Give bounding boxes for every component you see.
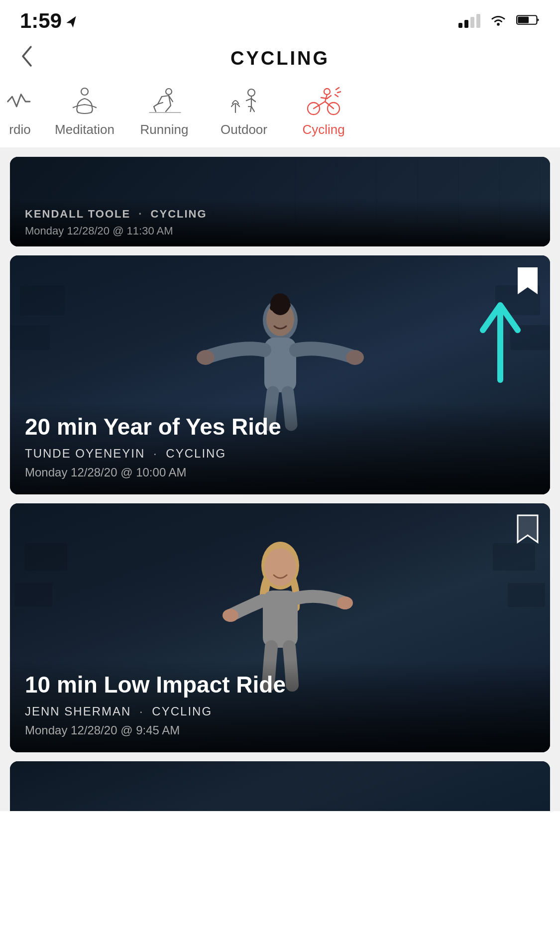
card2-datetime: Monday 12/28/20 @ 10:00 AM: [25, 466, 535, 479]
card1-instructor: KENDALL TOOLE: [25, 208, 130, 220]
outdoor-icon: [224, 84, 264, 119]
status-bar: 1:59: [0, 0, 560, 38]
meditation-icon: [65, 84, 105, 119]
card1-datetime: Monday 12/28/20 @ 11:30 AM: [25, 225, 535, 237]
svg-point-17: [264, 548, 296, 586]
svg-point-12: [197, 350, 215, 365]
status-icons: [458, 12, 540, 30]
svg-point-19: [223, 609, 238, 622]
svg-point-3: [81, 88, 88, 95]
workout-card-tunde[interactable]: 20 min Year of Yes Ride TUNDE OYENEYIN ·…: [10, 255, 550, 494]
tab-cardio-label: rdio: [9, 122, 30, 137]
svg-rect-2: [518, 16, 529, 23]
tab-cycling[interactable]: Cycling: [284, 84, 363, 137]
workout-card-bottom-partial[interactable]: [10, 761, 550, 811]
svg-point-20: [337, 596, 353, 609]
card3-datetime: Monday 12/28/20 @ 9:45 AM: [25, 723, 535, 737]
time-display: 1:59: [20, 9, 62, 33]
card2-title: 20 min Year of Yes Ride: [25, 414, 535, 440]
tab-outdoor-label: Outdoor: [221, 122, 267, 137]
running-icon: [144, 84, 184, 119]
svg-point-4: [166, 89, 172, 95]
card3-overlay: 10 min Low Impact Ride JENN SHERMAN · CY…: [10, 660, 550, 752]
tab-meditation-label: Meditation: [55, 122, 114, 137]
battery-icon: [516, 13, 540, 28]
arrow-annotation: [478, 295, 523, 387]
svg-point-6: [248, 89, 255, 96]
cycling-icon: [304, 84, 343, 119]
page-header: CYCLING: [0, 38, 560, 79]
wifi-icon: [488, 12, 508, 30]
tab-cycling-label: Cycling: [302, 122, 344, 137]
status-time: 1:59: [20, 9, 80, 33]
tab-cardio[interactable]: rdio: [0, 84, 45, 137]
tab-outdoor[interactable]: Outdoor: [204, 84, 284, 137]
workout-card-jenn[interactable]: 10 min Low Impact Ride JENN SHERMAN · CY…: [10, 503, 550, 752]
tab-running[interactable]: Running: [124, 84, 204, 137]
category-tabs: rdio Meditation: [0, 79, 560, 148]
card2-overlay: 20 min Year of Yes Ride TUNDE OYENEYIN ·…: [10, 402, 550, 494]
tab-meditation[interactable]: Meditation: [45, 84, 124, 137]
card2-instructor: TUNDE OYENEYIN · CYCLING: [25, 447, 535, 461]
bookmark-button-jenn[interactable]: [515, 513, 540, 543]
svg-point-13: [346, 350, 364, 365]
back-button[interactable]: [20, 45, 34, 72]
card1-category: CYCLING: [151, 208, 207, 220]
svg-point-0: [497, 23, 500, 26]
workout-card-kendall[interactable]: KENDALL TOOLE · CYCLING Monday 12/28/20 …: [10, 157, 550, 246]
card3-title: 10 min Low Impact Ride: [25, 672, 535, 698]
cardio-icon: [0, 84, 40, 119]
page-title: CYCLING: [230, 48, 330, 69]
bookmark-button-tunde[interactable]: [515, 265, 540, 295]
signal-strength-icon: [458, 14, 480, 28]
card3-instructor: JENN SHERMAN · CYCLING: [25, 705, 535, 718]
workout-cards-container: KENDALL TOOLE · CYCLING Monday 12/28/20 …: [0, 148, 560, 811]
tab-running-label: Running: [140, 122, 189, 137]
location-arrow-icon: [66, 14, 80, 28]
svg-point-9: [324, 89, 330, 95]
